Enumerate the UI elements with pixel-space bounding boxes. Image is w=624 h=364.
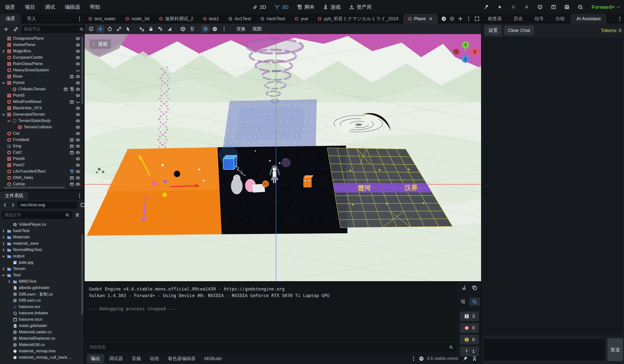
stop-button[interactable]	[522, 3, 531, 11]
visibility-toggle[interactable]	[76, 125, 80, 130]
msg-error-filter-button[interactable]: 0	[460, 323, 479, 333]
visibility-toggle[interactable]	[76, 157, 80, 161]
tree-node-Point5[interactable]: Point5	[0, 92, 81, 99]
copy-output-button[interactable]	[470, 284, 479, 292]
expand-arrow[interactable]	[7, 279, 11, 284]
fs-item-MaterialReplacer.cs[interactable]: MaterialReplacer.cs	[0, 335, 81, 341]
filesystem-menu-button[interactable]	[75, 192, 84, 200]
right-dock-menu-button[interactable]	[616, 15, 624, 23]
fs-item-hatsune.exr[interactable]: hatsune.exr	[0, 304, 81, 310]
send-button[interactable]: 发送	[607, 338, 623, 361]
bottom-tab-音频[interactable]: 音频	[128, 354, 145, 363]
expand-arrow[interactable]	[1, 229, 5, 233]
add-node-button[interactable]	[2, 25, 10, 33]
movie-btn-button[interactable]	[70, 150, 74, 155]
fs-forward-button[interactable]	[10, 201, 16, 209]
visibility-toggle[interactable]	[76, 74, 80, 79]
tree-node-BlackHole_VFX[interactable]: BlackHole_VFX	[0, 105, 81, 111]
next-scene-tab-button[interactable]	[448, 15, 456, 23]
scene-tab-hashTest[interactable]: hashTest	[256, 14, 290, 24]
dock-tab-ai-assistant[interactable]: AI Assistant	[571, 14, 606, 24]
tree-node-VortexPlane[interactable]: VortexPlane	[0, 42, 81, 48]
menu-5[interactable]: 帮助	[85, 0, 105, 14]
lock-tool-button[interactable]	[147, 25, 155, 33]
visibility-toggle[interactable]	[76, 49, 80, 54]
tree-node-Catnip[interactable]: Catnip	[0, 181, 81, 186]
scene-tree-vscrollbar[interactable]	[81, 36, 83, 104]
tree-node-OctagramsPlane[interactable]: OctagramsPlane	[0, 35, 81, 42]
version-label[interactable]: 4.6.stable.mono	[427, 356, 458, 361]
visibility-toggle[interactable]	[76, 182, 80, 186]
group-tool-button[interactable]	[156, 25, 164, 33]
fs-item-Test[interactable]: Test	[0, 272, 81, 278]
dock-tab-检查器[interactable]: 检查器	[482, 14, 508, 24]
tree-node-WindFireWheel[interactable]: WindFireWheel	[0, 99, 81, 105]
visibility-toggle[interactable]	[76, 100, 80, 104]
tree-node-Cat[interactable]: Cat	[0, 130, 81, 136]
visibility-toggle[interactable]	[76, 163, 80, 167]
menu-3[interactable]: 调试	[40, 0, 60, 14]
clear-chat-button[interactable]: Clear Chat	[504, 25, 534, 35]
snap-tool-button[interactable]	[188, 25, 196, 33]
visibility-toggle[interactable]	[76, 62, 80, 66]
fs-item-NormalMapTest[interactable]: NormalMapTest	[0, 247, 81, 253]
select-mode-tool-button[interactable]	[124, 25, 132, 33]
fs-item-material_remap.tres[interactable]: material_remap.tres	[0, 348, 81, 354]
bottom-panel-menu-button[interactable]	[409, 355, 418, 363]
script-button[interactable]	[70, 87, 74, 91]
filesystem-tab[interactable]: 文件系统	[0, 192, 28, 200]
fs-item-hatsune.tscn[interactable]: hatsune.tscn	[0, 316, 81, 323]
scene-tab-迪斯科测试_2[interactable]: 迪斯科测试_2	[154, 14, 198, 24]
fs-item-MaterialLoader.cs[interactable]: MaterialLoader.cs	[0, 329, 81, 335]
chat-history[interactable]	[483, 38, 623, 336]
close-tab-button[interactable]	[428, 17, 433, 21]
expand-arrow[interactable]	[1, 254, 5, 259]
visibility-toggle[interactable]	[76, 81, 80, 85]
expand-arrow[interactable]	[1, 235, 5, 240]
movie-mode-button[interactable]	[576, 3, 584, 11]
tree-node-MagicBox[interactable]: MagicBox	[0, 48, 81, 54]
scene-tab-test_water[interactable]: test_water	[84, 14, 121, 24]
rotate-mode-tool-button[interactable]	[105, 25, 114, 33]
expand-arrow[interactable]	[7, 119, 11, 123]
visibility-toggle[interactable]	[76, 55, 80, 60]
output-log[interactable]: Godot Engine v4.6.stable.mono.official.8…	[85, 282, 458, 342]
dock-tab-分组[interactable]: 分组	[550, 14, 571, 24]
visibility-toggle[interactable]	[76, 176, 80, 180]
fs-item-DiffLearn.cs[interactable]: DiffLearn.cs	[0, 297, 81, 304]
fs-item-hashTest[interactable]: hashTest	[0, 228, 81, 234]
output-search-button[interactable]	[469, 297, 480, 306]
workspace-tab-3d[interactable]: 3D	[275, 4, 289, 10]
expand-arrow[interactable]	[1, 81, 5, 85]
visibility-toggle[interactable]	[76, 106, 80, 111]
dock-tab-信号[interactable]: 信号	[529, 14, 550, 24]
tree-node-EuropeanCastle[interactable]: EuropeanCastle	[0, 54, 81, 61]
workspace-tab-资产库[interactable]: 资产库	[349, 4, 372, 10]
fs-item-DiffLearn - 复制.cs[interactable]: DiffLearn - 复制.cs	[0, 291, 81, 297]
scene-tab-test1[interactable]: test1	[198, 14, 224, 24]
fs-item-Materials[interactable]: Materials	[0, 234, 81, 240]
left-dock-menu-button[interactable]	[75, 15, 84, 23]
tree-node-King[interactable]: King	[0, 143, 81, 149]
movie-btn-button[interactable]	[70, 144, 74, 149]
bottom-tab-动画[interactable]: 动画	[146, 354, 163, 363]
workspace-tab-2d[interactable]: 2D	[252, 4, 266, 10]
dock-tab-导入[interactable]: 导入	[21, 14, 42, 24]
tree-node-RainGlassPlane[interactable]: RainGlassPlane	[0, 61, 81, 67]
msg-warning-filter-button[interactable]: 0	[460, 335, 479, 344]
expand-arrow[interactable]	[1, 248, 5, 252]
visibility-toggle[interactable]	[76, 119, 80, 123]
message-filter-input[interactable]	[89, 345, 449, 350]
bottom-tab-着色器编辑器[interactable]: 着色器编辑器	[164, 354, 200, 363]
tree-node-River[interactable]: River	[0, 73, 81, 80]
tree-node-Point7[interactable]: Point7	[0, 162, 81, 168]
tree-node-TerrainCollision[interactable]: TerrainCollision	[0, 124, 81, 130]
visibility-toggle[interactable]	[76, 87, 80, 91]
perspective-menu[interactable]: 透视	[89, 40, 111, 49]
fs-item-material_save[interactable]: material_save	[0, 240, 81, 247]
play-button[interactable]	[496, 3, 504, 11]
movie-btn-button[interactable]	[70, 182, 74, 186]
scene-tab-list-button[interactable]	[465, 15, 473, 23]
bottom-tab-输出[interactable]: 输出	[87, 354, 104, 363]
play-custom-scene-button[interactable]	[563, 3, 571, 11]
